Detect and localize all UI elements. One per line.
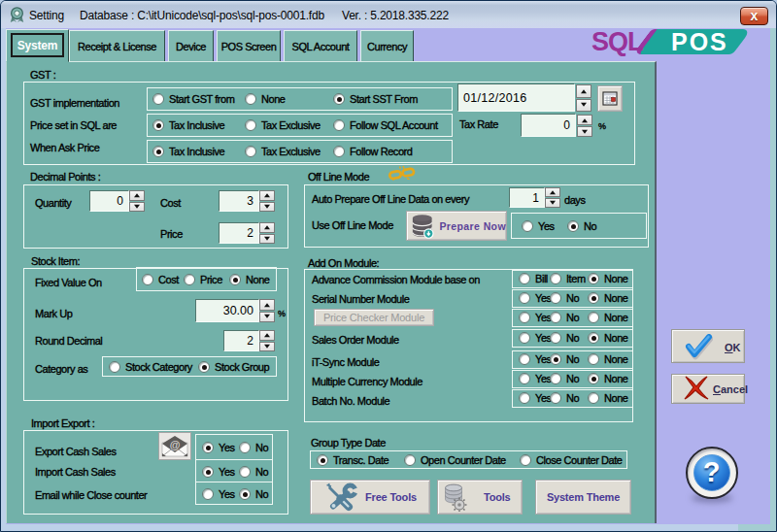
- svg-text:@: @: [170, 439, 181, 450]
